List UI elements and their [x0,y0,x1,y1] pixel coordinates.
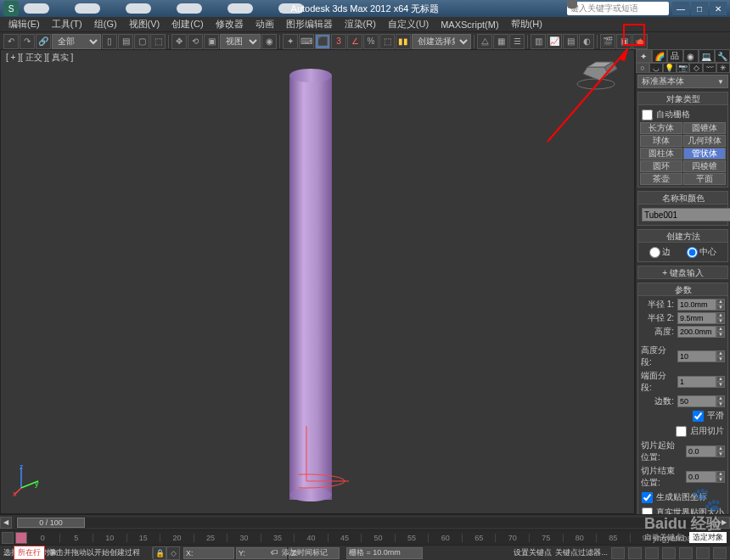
name-color-rollout-header[interactable]: 名称和颜色 [637,191,728,204]
slicefrom-down[interactable]: ▼ [716,451,725,457]
sides-up[interactable]: ▲ [716,395,725,401]
rendered-frame-button[interactable]: ▣ [616,34,632,49]
menu-help[interactable]: 帮助(H) [506,18,548,31]
menu-group[interactable]: 组(G) [89,18,122,31]
heightseg-up[interactable]: ▲ [716,350,725,356]
curve-editor-button[interactable]: 📈 [547,34,562,49]
heightseg-input[interactable] [677,350,716,362]
menu-graph-editors[interactable]: 图形编辑器 [281,18,338,31]
motion-tab[interactable]: ◉ [683,49,699,63]
radius2-input[interactable] [677,312,716,324]
redo-button[interactable]: ↷ [20,34,35,49]
viewport-label[interactable]: [ + ][ 正交 ][ 真实 ] [6,52,73,64]
radius1-input[interactable] [677,299,716,311]
maximize-button[interactable]: □ [691,2,708,15]
torus-button[interactable]: 圆环 [640,160,682,172]
display-tab[interactable]: 💻 [699,49,715,63]
geometry-subtab[interactable]: ○ [636,63,649,73]
material-editor-button[interactable]: ◐ [579,34,594,49]
capseg-input[interactable] [677,376,716,388]
cylinder-button[interactable]: 圆柱体 [640,148,682,160]
sphere-button[interactable]: 球体 [640,135,682,147]
slicefrom-input[interactable] [686,445,716,457]
mirror-button[interactable]: ▮▮ [396,34,411,49]
params-rollout-header[interactable]: 参数 [637,283,728,296]
creation-method-rollout-header[interactable]: 创建方法 [637,229,728,243]
menu-rendering[interactable]: 渲染(R) [340,18,381,31]
help-search-input[interactable]: 键入关键字或短语 [567,2,669,15]
percent-snap-button[interactable]: ∠ [347,34,362,49]
render-setup-button[interactable]: 🎬 [600,34,615,49]
slicefrom-up[interactable]: ▲ [716,445,725,451]
play-next-button[interactable] [645,547,659,559]
sliceto-input[interactable] [686,471,716,483]
menu-customize[interactable]: 自定义(U) [383,18,434,31]
ref-coord-select[interactable]: 视图 [220,34,261,49]
viewport[interactable]: [ + ][ 正交 ][ 真实 ] zy [0,49,635,514]
select-scale-button[interactable]: ▣ [204,34,219,49]
object-type-rollout-header[interactable]: 对象类型 [637,92,728,105]
pyramid-button[interactable]: 四棱锥 [683,160,726,172]
time-slider[interactable]: ◀ 0 / 100 ▶ [0,514,730,529]
nav-pan-button[interactable] [679,547,693,559]
menu-animation[interactable]: 动画 [250,18,279,31]
heightseg-down[interactable]: ▼ [716,356,725,362]
menu-create[interactable]: 创建(C) [166,18,208,31]
object-name-input[interactable] [642,208,730,221]
nav-zoom-button[interactable] [662,547,676,559]
render-production-button[interactable]: 🫖 [632,34,648,49]
modify-tab[interactable]: 🌈 [652,49,668,63]
menu-maxscript[interactable]: MAXScript(M) [435,20,503,30]
edge-radio[interactable] [649,247,660,258]
keyboard-entry-rollout-header[interactable]: + 键盘输入 [637,266,728,279]
box-button[interactable]: 长方体 [640,122,682,134]
select-region-rect-button[interactable]: ▢ [134,34,149,49]
menu-views[interactable]: 视图(V) [124,18,166,31]
selected-display[interactable]: 选定对象 [689,532,727,543]
layer-manager-button[interactable]: ☰ [509,34,525,49]
category-dropdown[interactable]: 标准基本体 ▼ [637,75,728,88]
setkey-label[interactable]: 设置关键点 [514,547,552,558]
edit-named-sel-button[interactable]: ⬚ [379,34,395,49]
utilities-tab[interactable]: 🔧 [715,49,731,63]
sides-input[interactable] [677,395,716,407]
play-button[interactable] [628,547,642,559]
cameras-subtab[interactable]: 📷 [677,63,690,73]
genuvs-checkbox[interactable] [642,492,653,503]
align-button[interactable]: ▦ [493,34,508,49]
create-tab[interactable]: ✦ [636,49,652,63]
close-button[interactable]: ✕ [710,2,727,15]
lights-subtab[interactable]: 💡 [663,63,677,73]
nav-maximize-button[interactable] [713,547,727,559]
graphite-button[interactable]: ▥ [531,34,546,49]
sides-down[interactable]: ▼ [716,401,725,407]
sliceto-down[interactable]: ▼ [716,477,725,483]
keyfilter-label[interactable]: 关键点过滤器... [555,547,608,558]
capseg-up[interactable]: ▲ [716,376,725,382]
trackbar-icon-2[interactable] [15,532,27,544]
teapot-button[interactable]: 茶壶 [640,173,682,185]
mirror-tool-button[interactable]: ⧋ [477,34,492,49]
height-input[interactable] [677,326,716,338]
select-rotate-button[interactable]: ⟲ [188,34,203,49]
systems-subtab[interactable]: ✳ [716,63,730,73]
autokey-label[interactable]: 自动关键点 [644,532,682,543]
geosphere-button[interactable]: 几何球体 [683,135,726,147]
center-radio[interactable] [687,247,698,258]
menu-tools[interactable]: 工具(T) [47,18,87,31]
transform-gizmo[interactable] [298,422,357,490]
radius2-down[interactable]: ▼ [716,318,725,324]
cone-button[interactable]: 圆锥体 [683,122,726,134]
timeslider-next[interactable]: ▶ [718,517,730,529]
helpers-subtab[interactable]: ◇ [689,63,703,73]
menu-modifiers[interactable]: 修改器 [211,18,249,31]
plane-button[interactable]: 平面 [683,173,726,185]
addtime-label[interactable]: 添加时间标记 [282,547,328,558]
smooth-checkbox[interactable] [693,411,704,422]
schematic-button[interactable]: ▤ [563,34,578,49]
shapes-subtab[interactable]: ◡ [649,63,663,73]
radius1-down[interactable]: ▼ [716,305,725,311]
timeslider-prev[interactable]: ◀ [0,517,12,529]
angle-snap-button[interactable]: 3 [331,34,346,49]
height-down[interactable]: ▼ [716,332,725,338]
